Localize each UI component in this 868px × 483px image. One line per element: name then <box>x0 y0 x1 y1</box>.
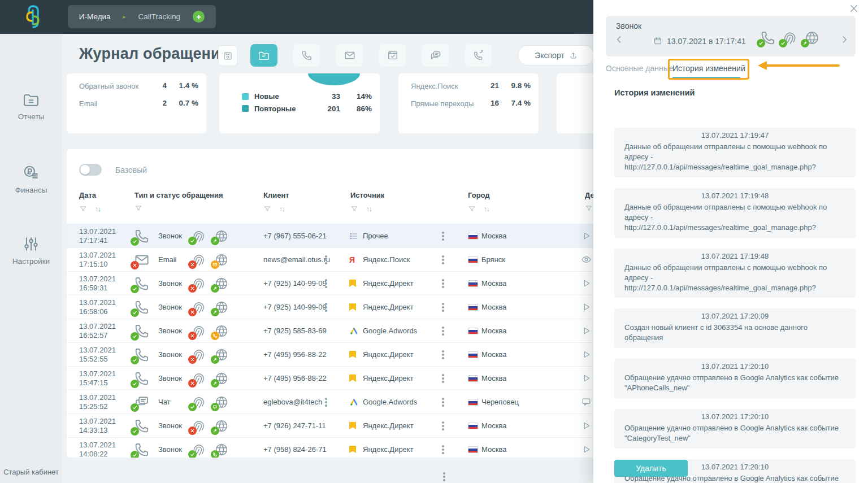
stat-row: Прямые переходы 16 7.4 % <box>411 99 531 109</box>
delete-button[interactable]: Удалить <box>614 460 688 477</box>
filter-icon[interactable] <box>468 205 476 213</box>
source-label: Прочее <box>363 232 388 240</box>
filter-phone-return-button[interactable] <box>465 44 492 67</box>
breadcrumb[interactable]: И-Медиа ▸ CallTracking + <box>68 5 216 28</box>
detail-action-icon[interactable] <box>581 325 592 337</box>
type-label: Звонок <box>158 327 182 335</box>
call-datetime: 13.07.202114:33:13 <box>79 417 116 435</box>
old-cabinet-link[interactable]: Старый кабинет <box>0 468 62 476</box>
fingerprint-icon <box>191 252 207 268</box>
sort-icon[interactable]: ↑↓ <box>484 204 489 213</box>
type-label: Звонок <box>158 232 182 240</box>
history-entry: 13.07.2021 17:19:48 Данные об обращении … <box>614 249 856 298</box>
sidebar-item-sliders[interactable]: Настройки <box>0 235 62 266</box>
detail-action-icon[interactable] <box>581 230 592 242</box>
filter-icon[interactable] <box>263 205 271 213</box>
stat-percent: 1.4 % <box>167 81 198 90</box>
client-contact: +7 (495) 956-88-22 <box>263 374 327 382</box>
prev-call-chevron-icon[interactable] <box>614 34 625 45</box>
client-menu-kebab[interactable] <box>324 254 328 266</box>
call-datetime: 13.07.202114:08:22 <box>79 441 116 458</box>
tab-main-data[interactable]: Основные данные <box>606 64 674 73</box>
city-label: Череповец <box>481 398 519 406</box>
detail-action-icon[interactable] <box>581 420 592 432</box>
stat-percent: 0.7 % <box>167 99 198 107</box>
detail-action-icon[interactable] <box>581 444 592 455</box>
type-status-icon <box>133 394 150 411</box>
add-product-button[interactable]: + <box>193 11 205 23</box>
globe-icon <box>214 442 229 458</box>
red-cross-badge <box>188 427 197 435</box>
stat-label: Обратный звонок <box>79 81 147 92</box>
export-button[interactable]: Экспорт <box>518 45 594 66</box>
history-entry: 13.07.2021 17:20:10 Обращение удачно отп… <box>614 359 856 398</box>
filter-folder-doc-button[interactable] <box>250 44 277 67</box>
globe-icon <box>214 252 229 268</box>
filter-icon[interactable] <box>79 205 87 213</box>
sidebar-item-finance[interactable]: Финансы <box>0 164 62 194</box>
history-timestamp: 13.07.2021 17:20:10 <box>624 412 845 421</box>
filter-form-check-button[interactable] <box>379 44 406 67</box>
source-label: Яндекс.Директ <box>363 279 414 288</box>
filter-icon[interactable] <box>134 204 142 212</box>
sort-icon[interactable]: ↑↓ <box>95 204 100 213</box>
more-rows-kebab[interactable] <box>442 471 446 482</box>
source-menu-kebab[interactable] <box>441 325 445 337</box>
save-icon <box>223 51 233 61</box>
filter-icon[interactable] <box>585 204 593 212</box>
source-icon <box>349 279 358 288</box>
breadcrumb-arrow-icon: ▸ <box>123 14 126 20</box>
source-menu-kebab[interactable] <box>441 420 445 432</box>
history-section-title: История изменений <box>614 88 695 97</box>
save-report-button[interactable] <box>218 45 237 66</box>
history-list: 13.07.2021 17:19:47 Данные об обращении … <box>614 128 856 483</box>
red-cross-badge <box>188 379 197 388</box>
sort-icon[interactable]: ↑↓ <box>279 204 284 213</box>
history-timestamp: 13.07.2021 17:20:09 <box>624 312 845 320</box>
filter-phone-button[interactable] <box>293 44 320 67</box>
basic-mode-toggle[interactable] <box>79 164 102 176</box>
sort-icon[interactable]: ↑↓ <box>366 204 371 213</box>
filter-icon[interactable] <box>350 205 358 213</box>
detail-action-icon[interactable] <box>581 349 592 360</box>
detail-action-icon[interactable] <box>581 397 592 408</box>
app-logo-icon[interactable] <box>21 4 44 30</box>
source-menu-kebab[interactable] <box>441 230 445 242</box>
breadcrumb-account[interactable]: И-Медиа <box>79 12 111 21</box>
stat-row: Яндекс.Поиск 21 9.8 % <box>411 81 531 92</box>
history-text: Данные об обращении отправлены с помощью… <box>624 202 845 233</box>
source-menu-kebab[interactable] <box>441 444 445 455</box>
green-check-badge <box>757 39 765 47</box>
green-check-badge <box>779 39 787 47</box>
client-menu-kebab[interactable] <box>324 302 328 313</box>
russia-flag-icon <box>468 328 478 334</box>
detail-action-icon[interactable] <box>581 302 592 313</box>
source-menu-kebab[interactable] <box>441 254 445 266</box>
detail-action-icon[interactable] <box>581 254 592 266</box>
stat-row: Обратный звонок 4 1.4 % <box>79 81 198 92</box>
phone-status-icon <box>760 29 776 46</box>
source-menu-kebab[interactable] <box>441 302 445 313</box>
filter-mail-button[interactable] <box>336 44 363 67</box>
call-datetime: 13.07.202117:17:41 <box>79 227 116 245</box>
detail-action-icon[interactable] <box>581 278 592 289</box>
green-check-badge <box>131 427 139 436</box>
source-menu-kebab[interactable] <box>441 349 445 360</box>
history-text: Обращение удачно отправлено в Google Ana… <box>624 423 845 443</box>
city-label: Москва <box>481 327 506 335</box>
breadcrumb-product[interactable]: CallTracking <box>138 12 181 21</box>
close-icon[interactable] <box>849 3 861 16</box>
stat-label: Яндекс.Поиск <box>411 81 480 92</box>
client-menu-kebab[interactable] <box>324 397 328 408</box>
filter-chat-button[interactable] <box>422 44 449 67</box>
sidebar-item-folder[interactable]: Отчеты <box>0 90 62 121</box>
client-menu-kebab[interactable] <box>324 278 328 289</box>
source-menu-kebab[interactable] <box>441 397 445 408</box>
source-menu-kebab[interactable] <box>441 278 445 289</box>
next-call-chevron-icon[interactable] <box>839 34 850 45</box>
detail-action-icon[interactable] <box>581 373 592 384</box>
source-label: Google.Adwords <box>363 327 417 335</box>
chat-icon <box>429 49 442 62</box>
source-menu-kebab[interactable] <box>441 373 445 384</box>
call-datetime: 13.07.202116:59:31 <box>79 275 116 293</box>
